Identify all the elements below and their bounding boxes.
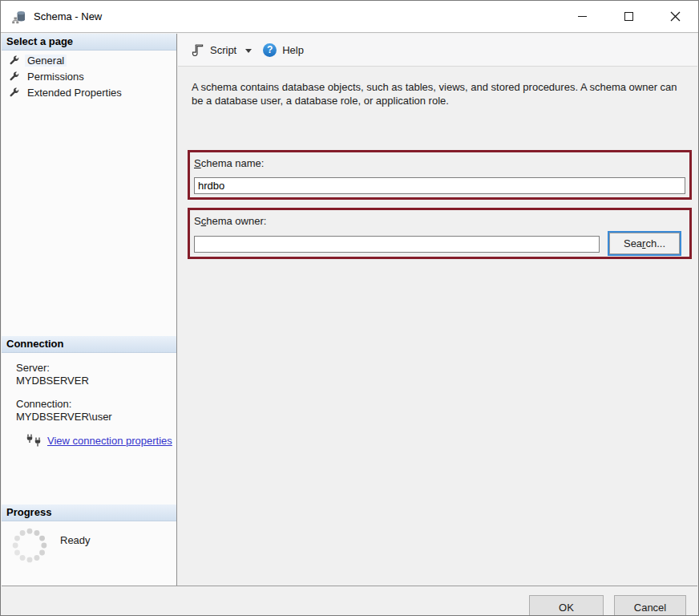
help-label: Help [282,44,304,56]
connection-properties-icon [26,434,41,448]
sidebar-item-label: Extended Properties [25,87,124,99]
maximize-button[interactable] [605,1,652,32]
connection-section: Connection Server: MYDBSERVER Connection… [2,336,176,448]
general-page-content: A schema contains database objects, such… [178,67,697,587]
page-list: General Permissions Extended Properties [2,51,176,100]
title-bar: Schema - New [1,1,698,33]
progress-header: Progress [2,505,176,521]
help-button[interactable]: ? Help [259,40,308,60]
wrench-icon [9,71,19,82]
window-controls [559,1,698,32]
select-a-page-header: Select a page [2,34,176,51]
ok-button[interactable]: OK [529,595,604,615]
connection-label: Connection: [16,398,176,411]
progress-spinner-icon [12,528,47,563]
schema-icon [10,9,26,25]
minimize-button[interactable] [559,1,605,32]
server-label: Server: [16,362,176,375]
progress-section: Progress Ready [2,505,176,563]
wrench-icon [9,87,19,98]
server-value: MYDBSERVER [16,375,176,387]
schema-name-label: Schema name: [194,157,264,169]
sidebar: Select a page General Permissions Extend… [2,34,177,587]
window-title: Schema - New [34,10,102,22]
schema-owner-highlight-box: Schema owner: Search... [188,208,692,259]
schema-description-text: A schema contains database objects, such… [192,80,682,107]
sidebar-item-general[interactable]: General [2,52,176,68]
schema-new-dialog: Schema - New Select a page General [0,0,699,616]
main-panel: Script ? Help A schema contains database… [178,34,697,587]
schema-owner-label: Schema owner: [194,215,266,227]
view-connection-properties-link[interactable]: View connection properties [47,435,172,448]
help-icon: ? [263,43,277,57]
script-button[interactable]: Script [188,40,259,59]
toolbar: Script ? Help [178,34,697,67]
connection-value: MYDBSERVER\user [16,411,176,424]
chevron-down-icon [245,49,252,53]
minimize-icon [578,16,587,17]
cancel-button[interactable]: Cancel [614,595,686,615]
schema-owner-input[interactable] [194,236,600,253]
sidebar-item-extended-properties[interactable]: Extended Properties [2,84,176,100]
maximize-icon [624,12,633,21]
wrench-icon [9,55,19,66]
sidebar-item-permissions[interactable]: Permissions [2,68,176,84]
connection-header: Connection [2,336,176,353]
script-label: Script [210,44,236,56]
sidebar-item-label: General [25,55,67,67]
close-icon [670,11,681,22]
dialog-footer: OK Cancel [2,586,697,615]
schema-name-input[interactable] [194,177,685,194]
script-icon [192,43,204,56]
schema-name-highlight-box: Schema name: [188,150,692,200]
search-button[interactable]: Search... [609,233,680,254]
close-button[interactable] [652,1,698,32]
progress-status: Ready [60,534,91,546]
sidebar-item-label: Permissions [25,71,87,83]
